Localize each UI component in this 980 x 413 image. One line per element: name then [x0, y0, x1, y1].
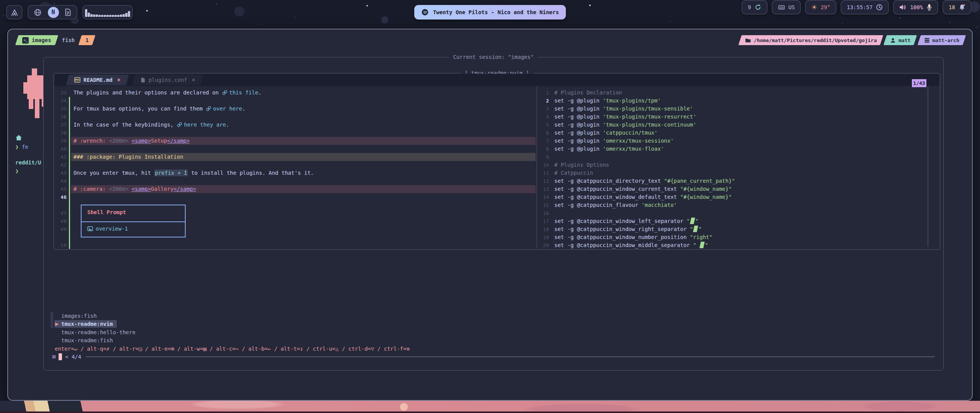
code-segment: set -g @catppuccin_window_current_text [554, 186, 680, 192]
shell-prompt-char2: ❯ [15, 168, 18, 174]
graph-bar [93, 15, 95, 17]
code-segment: . [226, 122, 229, 128]
wallpaper-strip [0, 401, 980, 413]
editor-line: 16 [541, 209, 939, 217]
tmux-window-images[interactable]: >_ images [17, 35, 57, 45]
close-buffer-icon[interactable]: × [117, 76, 121, 83]
code-segment: <200e> [109, 138, 129, 144]
line-content: # :camera: <200e> <samp>Gallery</samp> [74, 185, 196, 193]
image-icon [87, 226, 93, 231]
system-graph-widget[interactable] [82, 5, 133, 20]
editor-line: 40 [55, 145, 536, 153]
code-segment: set -g @plugin [554, 106, 603, 112]
editor-line: 17set -g @catppuccin_window_left_separat… [541, 217, 939, 225]
line-number: 13 [541, 185, 549, 193]
line-content: The plugins and their options are declar… [74, 89, 261, 97]
code-segment: 'tmux-plugins/tmux-continuum' [603, 122, 696, 128]
session-list-item[interactable]: tmux-readme:hello-there [51, 328, 912, 337]
grid-icon: ⊞ [52, 353, 56, 360]
line-number: 36 [55, 113, 67, 121]
line-number: 1 [541, 89, 549, 97]
graph-bar [104, 15, 106, 17]
popup-title: Current session: "images" [449, 54, 538, 60]
editor-right-pane[interactable]: 1# Plugins Declaration2set -g @plugin 't… [541, 89, 939, 249]
code-segment: here they are [184, 122, 226, 128]
code-segment: set -g @plugin [554, 114, 603, 120]
editor-line: 34 [55, 97, 536, 105]
fzf-prompt[interactable]: ⊞ < 4/4 [52, 353, 935, 361]
media-player-widget[interactable]: Twenty One Pilots - Nico and the Niners [414, 5, 566, 20]
clock-icon [876, 4, 883, 11]
line-content: set -g @catppuccin_window_left_separator… [554, 217, 698, 225]
editor-line: 43Once you enter tmux, hit prefix + I to… [55, 169, 536, 177]
session-list-item[interactable]: ▶tmux-readme:nvim [51, 320, 912, 328]
tmux-window-fish[interactable]: fish [62, 37, 75, 43]
code-segment: set -g @plugin [554, 130, 603, 136]
line-number: 17 [541, 217, 549, 225]
shell-command: fe [22, 144, 28, 150]
code-segment: 'tmux-plugins/tmux-sensible' [603, 106, 693, 112]
line-number: 45 [55, 185, 67, 193]
line-content: # Plugins Options [554, 161, 609, 169]
buffer-name: plugins.conf [149, 77, 187, 83]
launcher-button[interactable] [6, 5, 23, 20]
separator-glyph [699, 242, 705, 248]
line-number: 9 [541, 153, 549, 161]
line-number: 18 [541, 225, 549, 233]
session-list-item[interactable]: images:fish [51, 312, 912, 320]
line-number: 37 [55, 121, 67, 129]
code-segment: set -g @catppuccin_window_number_positio… [554, 234, 690, 240]
code-segment: set -g @catppuccin_window_right_separato… [554, 226, 690, 232]
line-number: 3 [541, 105, 549, 113]
updates-widget[interactable]: 9 [742, 0, 767, 15]
clock-widget[interactable]: 13:55:57 [841, 0, 889, 15]
graph-bar [106, 15, 109, 17]
session-list-item[interactable]: tmux-readme:fish [51, 337, 912, 345]
browser-app-button[interactable] [34, 8, 42, 16]
code-segment: " [687, 218, 690, 224]
document-app-button[interactable] [65, 8, 71, 16]
weather-widget[interactable]: ☀ 29° [805, 0, 836, 15]
line-content: set -g @catppuccin_window_default_text "… [554, 193, 732, 201]
keyboard-layout-widget[interactable]: US [772, 0, 801, 15]
updates-count: 9 [748, 4, 751, 10]
editor-line: 20set -g @catppuccin_window_middle_separ… [541, 241, 939, 249]
notifications-widget[interactable]: 18 [942, 0, 972, 15]
current-path: /home/matt/Pictures/reddit/Upvoted/gojir… [754, 37, 877, 43]
code-segment: " [693, 242, 699, 248]
editor-line: 44 [55, 177, 536, 185]
buffer-tab-plugins[interactable]: plugins.conf × [134, 74, 202, 86]
separator-glyph [693, 226, 699, 232]
link-icon [222, 90, 227, 95]
tmux-window-index[interactable]: 1 [80, 35, 94, 45]
match-counter: < 4/4 [65, 354, 81, 360]
close-buffer-icon[interactable]: × [192, 76, 195, 83]
line-content: set -g @catppuccin_window_middle_separat… [554, 241, 708, 249]
graph-bar [122, 14, 125, 17]
code-segment: Setup [151, 138, 167, 144]
buffer-tab-readme[interactable]: README.md × [67, 74, 127, 86]
line-content: ### :package: Plugins Installation [74, 153, 183, 161]
line-content: In the case of the keybindings, here the… [74, 121, 229, 129]
editor-line: 18set -g @catppuccin_window_right_separa… [541, 225, 939, 233]
line-number: 40 [55, 145, 67, 153]
table-cell-text: overview-1 [96, 226, 128, 232]
line-number: 7 [541, 137, 549, 145]
code-segment: 'catppuccin/tmux' [603, 130, 657, 136]
link-icon [206, 106, 211, 111]
editor-line: 36 [55, 113, 536, 121]
pane-separator[interactable] [536, 86, 537, 249]
line-number: 20 [541, 241, 549, 249]
home-icon [15, 135, 22, 141]
code-segment: . [242, 106, 245, 112]
editor-line: 13set -g @catppuccin_window_current_text… [541, 185, 939, 193]
arch-arrow-icon [10, 8, 19, 16]
code-segment: # :wrench: [74, 138, 109, 144]
code-segment: # Plugins Options [554, 162, 609, 168]
code-segment: The plugins and their options are declar… [74, 89, 222, 96]
nvim-app-button[interactable]: N [48, 7, 59, 18]
audio-widget[interactable]: 100% [893, 0, 938, 15]
line-content: set -g @catppuccin_window_current_text "… [554, 185, 732, 193]
graph-bar [90, 14, 93, 17]
editor-line: 19set -g @catppuccin_window_number_posit… [541, 233, 939, 241]
